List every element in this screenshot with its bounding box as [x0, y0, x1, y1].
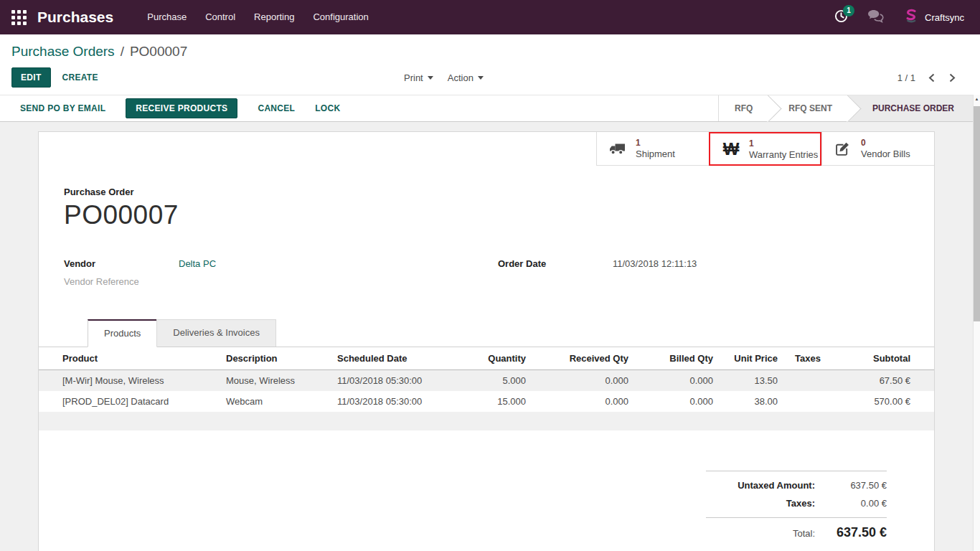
messages-button[interactable] — [867, 9, 884, 26]
vendor-bills-stat-button[interactable]: 0 Vendor Bills — [821, 132, 934, 166]
order-date-value: 11/03/2018 12:11:13 — [613, 255, 697, 273]
cell-received-qty: 0.000 — [530, 391, 633, 412]
control-panel-buttons: EDIT CREATE Print Action 1 / 1 — [11, 67, 969, 88]
breadcrumb-purchase-orders[interactable]: Purchase Orders — [11, 44, 115, 59]
vendor-reference-label: Vendor Reference — [64, 273, 179, 291]
shipment-stat-button[interactable]: 1 Shipment — [596, 132, 709, 166]
statusbar-states: RFQ RFQ SENT PURCHASE ORDER — [718, 95, 973, 121]
content-area: 1 Shipment 1 Warranty Entries — [0, 122, 980, 551]
truck-icon — [607, 142, 628, 156]
col-product: Product — [39, 347, 222, 370]
taxes-value: 0.00 € — [815, 494, 887, 512]
activity-count-badge: 1 — [843, 5, 854, 17]
shipment-count: 1 — [636, 138, 675, 149]
order-lines-table: Product Description Scheduled Date Quant… — [39, 347, 934, 430]
pencil-square-icon — [832, 141, 854, 156]
cell-scheduled-date: 11/03/2018 05:30:00 — [333, 391, 462, 412]
control-panel-actions: Print Action — [404, 72, 484, 83]
vendor-reference-field: Vendor Reference — [64, 273, 476, 291]
menu-configuration[interactable]: Configuration — [303, 0, 377, 34]
pager-previous-button[interactable] — [927, 72, 936, 84]
cell-product: [PROD_DEL02] Datacard — [39, 391, 222, 412]
vertical-scrollbar[interactable] — [973, 95, 980, 551]
create-button[interactable]: CREATE — [62, 72, 98, 83]
receive-products-button[interactable]: RECEIVE PRODUCTS — [126, 98, 237, 118]
app-title[interactable]: Purchases — [37, 9, 113, 26]
notebook-tabs: Products Deliveries & Invoices — [39, 319, 934, 347]
col-subtotal: Subtotal — [841, 347, 934, 370]
col-received-qty: Received Qty — [530, 347, 633, 370]
total-value: 637.50 € — [815, 523, 887, 542]
order-line-row[interactable]: [PROD_DEL02] Datacard Webcam 11/03/2018 … — [39, 391, 934, 412]
stat-button-box: 1 Shipment 1 Warranty Entries — [596, 132, 934, 166]
col-unit-price: Unit Price — [717, 347, 782, 370]
doc-type-label: Purchase Order — [64, 187, 910, 197]
field-column-right: Order Date 11/03/2018 12:11:13 — [498, 255, 910, 291]
cell-unit-price: 38.00 — [717, 391, 782, 412]
totals-block: Untaxed Amount: 637.50 € Taxes: 0.00 € T… — [706, 471, 887, 543]
chat-bubbles-icon — [867, 9, 884, 26]
vendor-bills-count: 0 — [861, 138, 910, 149]
send-po-by-email-button[interactable]: SEND PO BY EMAIL — [20, 103, 105, 113]
state-purchase-order[interactable]: PURCHASE ORDER — [848, 95, 973, 121]
user-menu[interactable]: Craftsync — [903, 8, 964, 27]
taxes-label: Taxes: — [786, 494, 815, 512]
menu-reporting[interactable]: Reporting — [245, 0, 303, 34]
statusbar-buttons: SEND PO BY EMAIL RECEIVE PRODUCTS CANCEL… — [0, 95, 340, 121]
chevron-down-icon — [428, 76, 433, 80]
cancel-button[interactable]: CANCEL — [258, 103, 295, 113]
total-row: Total: 637.50 € — [706, 517, 887, 543]
chevron-right-icon — [949, 73, 956, 83]
top-nav-bar: Purchases Purchase Control Reporting Con… — [0, 0, 980, 34]
form-sheet: 1 Shipment 1 Warranty Entries — [38, 131, 935, 551]
chevron-left-icon — [928, 73, 935, 83]
vendor-value-link[interactable]: Delta PC — [179, 255, 216, 273]
stat-info: 0 Vendor Bills — [861, 138, 910, 159]
topbar-right: 1 Craftsync — [834, 8, 969, 27]
vendor-field: Vendor Delta PC — [64, 255, 476, 273]
tab-deliveries-invoices[interactable]: Deliveries & Invoices — [156, 319, 276, 347]
breadcrumb-separator: / — [121, 44, 124, 59]
control-panel: Purchase Orders/PO00007 EDIT CREATE Prin… — [0, 34, 980, 95]
cell-description: Webcam — [222, 391, 333, 412]
scrollbar-thumb[interactable] — [974, 106, 980, 321]
warranty-entries-count: 1 — [749, 138, 818, 149]
col-description: Description — [222, 347, 333, 370]
untaxed-amount-row: Untaxed Amount: 637.50 € — [706, 476, 887, 494]
apps-grid-icon[interactable] — [11, 10, 27, 25]
order-date-label: Order Date — [498, 255, 613, 273]
tab-products[interactable]: Products — [88, 319, 157, 347]
table-header-row: Product Description Scheduled Date Quant… — [39, 347, 934, 370]
menu-control[interactable]: Control — [196, 0, 245, 34]
action-dropdown[interactable]: Action — [448, 72, 484, 83]
cell-received-qty: 0.000 — [530, 370, 633, 392]
user-avatar-logo — [903, 8, 919, 27]
menu-purchase[interactable]: Purchase — [138, 0, 196, 34]
cell-taxes — [782, 391, 841, 412]
cell-quantity: 5.000 — [462, 370, 530, 392]
cell-taxes — [782, 370, 841, 392]
user-name: Craftsync — [925, 12, 964, 23]
pager-counter: 1 / 1 — [897, 72, 915, 83]
top-menu: Purchase Control Reporting Configuration — [138, 0, 378, 34]
warranty-entries-stat-button[interactable]: 1 Warranty Entries — [709, 132, 821, 166]
col-billed-qty: Billed Qty — [633, 347, 717, 370]
pager-next-button[interactable] — [948, 72, 957, 84]
cell-subtotal: 570.00 € — [841, 391, 934, 412]
cell-subtotal: 67.50 € — [841, 370, 934, 392]
cell-scheduled-date: 11/03/2018 05:30:00 — [333, 370, 462, 392]
chevron-down-icon — [478, 76, 484, 80]
scrollbar-up-arrow-icon[interactable] — [974, 95, 980, 104]
print-dropdown[interactable]: Print — [404, 72, 433, 83]
order-line-row[interactable]: [M-Wir] Mouse, Wireless Mouse, Wireless … — [39, 370, 934, 392]
action-label: Action — [448, 72, 473, 83]
cell-product: [M-Wir] Mouse, Wireless — [39, 370, 222, 392]
vendor-label: Vendor — [64, 255, 179, 273]
lock-button[interactable]: LOCK — [315, 103, 340, 113]
record-name: PO00007 — [64, 200, 910, 230]
activities-button[interactable]: 1 — [834, 9, 848, 26]
state-rfq[interactable]: RFQ — [719, 95, 768, 121]
pager: 1 / 1 — [897, 72, 969, 84]
cell-billed-qty: 0.000 — [633, 391, 717, 412]
edit-button[interactable]: EDIT — [11, 67, 51, 88]
